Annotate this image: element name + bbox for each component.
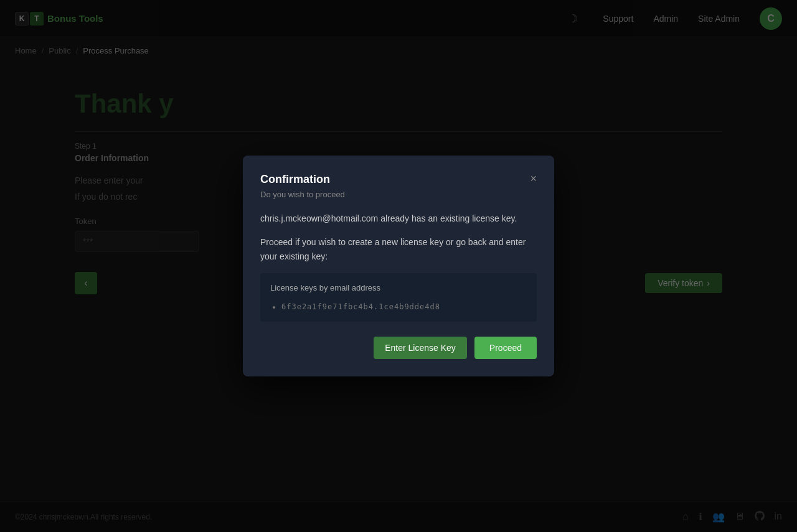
proceed-button[interactable]: Proceed: [474, 337, 537, 359]
modal-body-text-1: chris.j.mckeown@hotmail.com already has …: [260, 212, 537, 225]
modal-close-button[interactable]: ×: [530, 173, 537, 184]
modal-footer: Enter License Key Proceed: [260, 337, 537, 359]
license-key-item: 6f3e2a1f9e71fbc4b4.1ce4b9dde4d8: [281, 301, 527, 313]
modal-header: Confirmation ×: [260, 173, 537, 186]
modal-body-text-2: Proceed if you wish to create a new lice…: [260, 235, 537, 263]
modal-subtitle: Do you wish to proceed: [260, 190, 537, 199]
confirmation-modal: Confirmation × Do you wish to proceed ch…: [243, 156, 554, 376]
license-keys-section: License keys by email address 6f3e2a1f9e…: [260, 273, 537, 322]
modal-body: chris.j.mckeown@hotmail.com already has …: [260, 212, 537, 322]
license-keys-title: License keys by email address: [270, 282, 527, 295]
enter-license-key-button[interactable]: Enter License Key: [374, 337, 467, 359]
modal-overlay: Confirmation × Do you wish to proceed ch…: [0, 0, 797, 532]
modal-title: Confirmation: [260, 173, 330, 186]
